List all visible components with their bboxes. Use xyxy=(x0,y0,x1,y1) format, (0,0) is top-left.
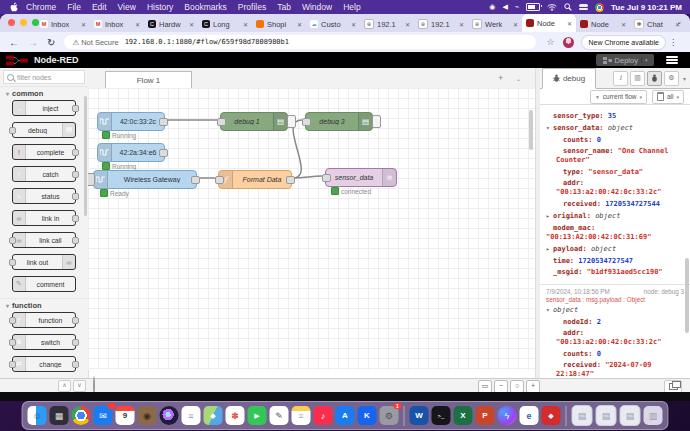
palette-search-input[interactable]: filter nodes xyxy=(3,70,85,84)
main-menu-icon[interactable] xyxy=(666,56,678,64)
flow-node-42-2a-34-e6[interactable]: 42:2a:34:e6 xyxy=(97,143,165,162)
browser-tab[interactable]: ⊕ Werk ✕ xyxy=(468,16,522,32)
debug-messages-button[interactable] xyxy=(647,71,662,86)
spotlight-icon[interactable] xyxy=(564,3,572,11)
config-nodes-button[interactable]: ⚙ xyxy=(664,71,679,86)
dock-minimized-window-2[interactable]: ▤ xyxy=(596,405,617,426)
palette-section-common[interactable]: ▾ common xyxy=(0,86,88,100)
dock-freeform[interactable]: ✎ xyxy=(270,406,289,425)
browser-tab[interactable]: ☁ Custo ✕ xyxy=(306,16,360,32)
dock-siri[interactable] xyxy=(160,406,179,425)
tab-close-icon[interactable]: ✕ xyxy=(351,21,356,28)
tab-debug[interactable]: debug xyxy=(542,68,596,89)
bookmark-star-icon[interactable]: ☆ xyxy=(546,37,554,47)
dock-launchpad[interactable]: ▦ xyxy=(50,406,69,425)
dock-finder[interactable]: ☺ xyxy=(28,406,47,425)
output-port[interactable] xyxy=(159,118,168,126)
dock-terminal[interactable]: >_ xyxy=(432,406,451,425)
tab-search-chevron-icon[interactable]: ⌄ xyxy=(676,18,682,26)
volume-icon[interactable]: ◀ xyxy=(502,0,507,14)
menu-item[interactable]: Window xyxy=(302,2,332,12)
dock-reminders[interactable]: ≡ xyxy=(182,406,201,425)
debug-toggle-button[interactable] xyxy=(287,115,296,128)
input-port[interactable] xyxy=(217,118,226,126)
debug-toggle-button[interactable] xyxy=(372,115,381,128)
dock-facetime[interactable]: ▶ xyxy=(248,406,267,425)
dock-trash[interactable]: ▥ xyxy=(644,406,663,425)
menu-item[interactable]: View xyxy=(118,2,136,12)
menu-item[interactable]: Profiles xyxy=(238,2,266,12)
dock-minimized-window-3[interactable]: ▤ xyxy=(620,405,641,426)
browser-tab[interactable]: ⊕ 192.1 ✕ xyxy=(414,16,468,32)
browser-tab[interactable]: Shopi ✕ xyxy=(252,16,306,32)
tab-close-icon[interactable]: ✕ xyxy=(189,21,194,28)
canvas-grid[interactable]: 42:0c:33:2c Running 42:2a:34:e6 Running … xyxy=(88,88,535,370)
flow-node-format-data[interactable]: ƒ Format Data xyxy=(218,170,292,189)
help-button[interactable]: ▥ xyxy=(630,71,645,86)
menu-item[interactable]: Help xyxy=(343,2,360,12)
tab-close-icon[interactable]: ✕ xyxy=(243,21,248,28)
dock-pgadmin[interactable]: e xyxy=(520,406,539,425)
dock-minimized-window-1[interactable]: ▤ xyxy=(572,405,593,426)
chrome-update-button[interactable]: New Chrome available xyxy=(582,36,664,49)
browser-tab[interactable]: C Hardw ✕ xyxy=(144,16,198,32)
profile-avatar[interactable] xyxy=(563,37,574,48)
browser-menu-icon[interactable]: ⋮ xyxy=(669,38,677,47)
info-button[interactable]: i xyxy=(613,71,628,86)
dock-music[interactable]: ♪ xyxy=(314,406,333,425)
battery-icon[interactable] xyxy=(526,3,540,11)
expand-arrow[interactable]: ▾ xyxy=(546,305,553,314)
screen-record-icon[interactable]: ◉ xyxy=(489,0,495,14)
tab-close-icon[interactable]: ✕ xyxy=(81,21,86,28)
output-port[interactable] xyxy=(191,176,200,184)
menu-item[interactable]: History xyxy=(147,2,173,12)
fullscreen-window-button[interactable] xyxy=(32,19,39,26)
browser-tab[interactable]: M Inbox ✕ xyxy=(36,16,90,32)
dock-keynote[interactable]: K xyxy=(358,406,377,425)
browser-tab[interactable]: ⊕ 192.1 ✕ xyxy=(360,16,414,32)
close-window-button[interactable] xyxy=(8,19,15,26)
dock-maps[interactable]: ◆ xyxy=(204,406,223,425)
apple-menu-icon[interactable] xyxy=(10,2,18,12)
expand-arrow[interactable]: ▸ xyxy=(546,211,553,220)
dock-settings[interactable]: ⚙1 xyxy=(380,406,399,425)
flow-node-wireless-gateway[interactable]: Wireless Gateway xyxy=(93,170,197,189)
minimize-window-button[interactable] xyxy=(20,19,27,26)
browser-tab[interactable]: M Inbox ✕ xyxy=(90,16,144,32)
tab-close-icon[interactable]: ✕ xyxy=(459,21,464,28)
browser-tab[interactable]: C Long ✕ xyxy=(198,16,252,32)
dock-notes[interactable]: ≡ xyxy=(292,406,311,425)
output-port[interactable] xyxy=(286,176,295,184)
palette-scrollbar[interactable] xyxy=(84,96,87,216)
dock-excel[interactable]: X xyxy=(454,406,473,425)
dock-powerpoint[interactable]: P xyxy=(476,406,495,425)
tab-close-icon[interactable]: ✕ xyxy=(135,21,140,28)
dock-calendar[interactable]: 9 xyxy=(116,406,135,425)
zoom-in-button[interactable]: + xyxy=(526,380,540,393)
clear-messages-dropdown[interactable]: all ▾ xyxy=(652,90,684,104)
canvas-search-button[interactable] xyxy=(93,377,95,392)
expand-categories-button[interactable]: ∨ xyxy=(73,380,86,392)
dock-photos[interactable]: ✽ xyxy=(226,406,245,425)
flow-node-debug-3[interactable]: debug 3 ▤ xyxy=(305,112,373,131)
expand-arrow[interactable]: ▾ xyxy=(546,123,553,132)
palette-section-function[interactable]: ▾ function xyxy=(0,298,88,312)
reload-button[interactable]: ↻ xyxy=(47,37,55,48)
tab-close-icon[interactable]: ✕ xyxy=(567,20,572,27)
dock-red-app[interactable]: ◆ xyxy=(542,406,561,425)
tab-close-icon[interactable]: ✕ xyxy=(513,21,518,28)
flow-node-42-0c-33-2c[interactable]: 42:0c:33:2c xyxy=(97,112,165,131)
menu-item[interactable]: File xyxy=(67,2,81,12)
wifi-icon[interactable] xyxy=(547,3,557,11)
debug-scrollbar[interactable] xyxy=(685,258,689,333)
filter-flow-dropdown[interactable]: ▼ current flow ▾ xyxy=(590,90,647,104)
chrome-menu-icon[interactable] xyxy=(595,3,604,12)
add-flow-button[interactable]: + xyxy=(498,73,503,83)
sidebar-menu-chevron-icon[interactable]: ▾ xyxy=(683,75,686,82)
flow-node-debug-1[interactable]: debug 1 ▤ xyxy=(220,112,288,131)
menu-item[interactable]: Chrome xyxy=(26,2,56,12)
navigator-button[interactable]: ▭ xyxy=(478,380,492,393)
menu-item[interactable]: Edit xyxy=(92,2,107,12)
dock-photo-booth[interactable]: ◉ xyxy=(138,406,157,425)
zoom-reset-button[interactable]: ○ xyxy=(510,380,524,393)
